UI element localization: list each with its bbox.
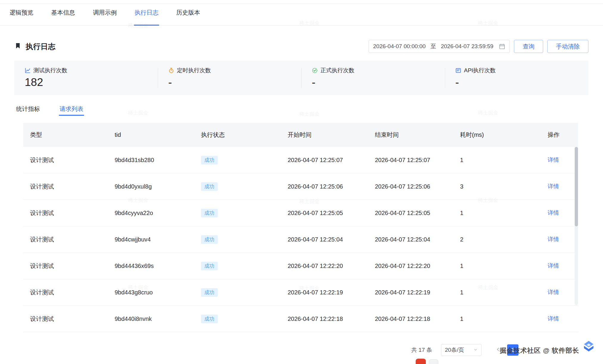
detail-link[interactable]: 详情 <box>548 316 559 322</box>
previous-page-button[interactable] <box>492 344 504 356</box>
calendar-icon <box>499 43 505 50</box>
header-controls: 2026-04-07 00:00:00 至 2026-04-07 23:59:5… <box>369 40 588 53</box>
column-header-tid: tid <box>115 131 201 138</box>
cell-end-time: 2026-04-07 12:22:19 <box>375 289 460 296</box>
line-chart-icon <box>25 68 31 73</box>
stat-scheduled-executions: 定时执行次数 - <box>158 61 301 95</box>
cell-action: 详情 <box>548 288 578 296</box>
cell-duration: 3 <box>460 183 548 190</box>
cell-action: 详情 <box>548 236 578 243</box>
sub-tab-bar: 统计指标 请求列表 <box>14 95 588 123</box>
tab-basic-info[interactable]: 基本信息 <box>49 0 77 25</box>
cell-type: 设计测试 <box>30 315 115 323</box>
cell-duration: 1 <box>460 289 548 296</box>
page-title-group: 执行日志 <box>14 42 55 51</box>
column-header-duration: 耗时(ms) <box>460 131 548 139</box>
table-scrollbar-track[interactable] <box>575 147 578 305</box>
stat-label: 定时执行次数 <box>177 67 211 74</box>
tab-logic-preview[interactable]: 逻辑预览 <box>8 0 35 25</box>
page-size-select[interactable]: 20条/页 <box>441 344 482 356</box>
tab-history-version[interactable]: 历史版本 <box>174 0 202 25</box>
chevron-left-icon <box>496 347 501 354</box>
pagination-total: 共 17 条 <box>411 346 432 354</box>
stat-label: 正式执行次数 <box>320 67 354 74</box>
table-row: 设计测试 9bd4cyyva22o 成功 2026-04-07 12:25:05… <box>23 200 578 226</box>
cell-type: 设计测试 <box>30 236 115 244</box>
cell-type: 设计测试 <box>30 183 115 191</box>
cell-status: 成功 <box>201 315 288 323</box>
check-badge-icon <box>312 68 318 73</box>
detail-link[interactable]: 详情 <box>548 236 559 242</box>
api-card-icon <box>455 68 461 73</box>
table-row: 设计测试 9bd440i8nvnk 成功 2026-04-07 12:22:18… <box>23 306 578 332</box>
date-start-value: 2026-04-07 00:00:00 <box>373 43 426 50</box>
cell-action: 详情 <box>548 315 578 323</box>
stat-value: - <box>168 76 301 89</box>
cell-status: 成功 <box>201 288 288 297</box>
cell-duration: 1 <box>460 316 548 322</box>
cell-action: 详情 <box>548 262 578 270</box>
status-badge: 成功 <box>201 288 218 297</box>
detail-link[interactable]: 详情 <box>548 183 559 189</box>
status-badge: 成功 <box>201 235 218 244</box>
bookmark-icon <box>14 42 21 51</box>
cell-status: 成功 <box>201 182 288 191</box>
status-badge: 成功 <box>201 156 218 164</box>
column-header-start-time: 开始时间 <box>288 131 375 139</box>
table-scrollbar-thumb[interactable] <box>575 147 578 226</box>
subtab-statistics[interactable]: 统计指标 <box>15 95 41 123</box>
tab-execution-log[interactable]: 执行日志 <box>133 0 160 25</box>
stat-value: - <box>455 76 588 89</box>
main-content: 执行日志 2026-04-07 00:00:00 至 2026-04-07 23… <box>0 26 603 356</box>
cell-action: 详情 <box>548 209 578 217</box>
cell-action: 详情 <box>548 183 578 190</box>
detail-link[interactable]: 详情 <box>548 289 559 295</box>
cell-type: 设计测试 <box>30 156 115 164</box>
column-header-status: 执行状态 <box>201 131 288 139</box>
cell-type: 设计测试 <box>30 288 115 296</box>
cell-status: 成功 <box>201 262 288 270</box>
cell-start-time: 2026-04-07 12:22:20 <box>288 263 375 269</box>
cell-end-time: 2026-04-07 12:22:20 <box>375 263 460 269</box>
subtab-request-list[interactable]: 请求列表 <box>58 95 85 123</box>
cell-duration: 1 <box>460 157 548 164</box>
cell-duration: 2 <box>460 236 548 243</box>
subtab-label: 请求列表 <box>60 105 83 113</box>
stat-label: API执行次数 <box>464 67 496 74</box>
detail-link[interactable]: 详情 <box>548 263 559 269</box>
cell-status: 成功 <box>201 235 288 244</box>
cell-start-time: 2026-04-07 12:25:05 <box>288 210 375 216</box>
top-tab-bar: 逻辑预览 基本信息 调用示例 执行日志 历史版本 <box>0 0 603 26</box>
cell-end-time: 2026-04-07 12:25:04 <box>375 236 460 243</box>
column-header-type: 类型 <box>30 131 115 139</box>
status-badge: 成功 <box>201 262 218 270</box>
cropped-app-icon <box>416 359 426 364</box>
detail-link[interactable]: 详情 <box>548 157 559 163</box>
cell-tid: 9bd4cwjjbuv4 <box>115 236 201 243</box>
cell-start-time: 2026-04-07 12:25:06 <box>288 183 375 190</box>
date-to-label: 至 <box>430 43 436 50</box>
table-row: 设计测试 9bd4d31sb280 成功 2026-04-07 12:25:07… <box>23 147 578 173</box>
cell-start-time: 2026-04-07 12:25:04 <box>288 236 375 243</box>
cropped-app-icon <box>429 359 438 364</box>
page-number-button[interactable]: 1 <box>507 344 518 356</box>
table-row: 设计测试 9bd4d0yxul8g 成功 2026-04-07 12:25:06… <box>23 173 578 200</box>
tab-call-example[interactable]: 调用示例 <box>91 0 119 25</box>
column-header-action: 操作 <box>548 131 578 139</box>
cell-type: 设计测试 <box>30 209 115 217</box>
cell-duration: 1 <box>460 263 548 269</box>
detail-link[interactable]: 详情 <box>548 210 559 216</box>
table-row: 设计测试 9bd443g8cruo 成功 2026-04-07 12:22:19… <box>23 279 578 306</box>
stat-formal-executions: 正式执行次数 - <box>301 61 445 95</box>
table-row: 设计测试 9bd44436x69s 成功 2026-04-07 12:22:20… <box>23 253 578 279</box>
manual-clear-button[interactable]: 手动清除 <box>547 40 588 53</box>
column-header-end-time: 结束时间 <box>375 131 460 139</box>
stat-label: 测试执行次数 <box>33 67 67 74</box>
stat-value: 182 <box>25 76 158 89</box>
cell-end-time: 2026-04-07 12:25:06 <box>375 183 460 190</box>
status-badge: 成功 <box>201 315 218 323</box>
chevron-down-icon <box>473 347 478 353</box>
query-button[interactable]: 查询 <box>514 40 543 53</box>
date-range-picker[interactable]: 2026-04-07 00:00:00 至 2026-04-07 23:59:5… <box>369 40 510 53</box>
stats-strip: 测试执行次数 182 定时执行次数 - 正式执行次数 - <box>14 61 588 95</box>
